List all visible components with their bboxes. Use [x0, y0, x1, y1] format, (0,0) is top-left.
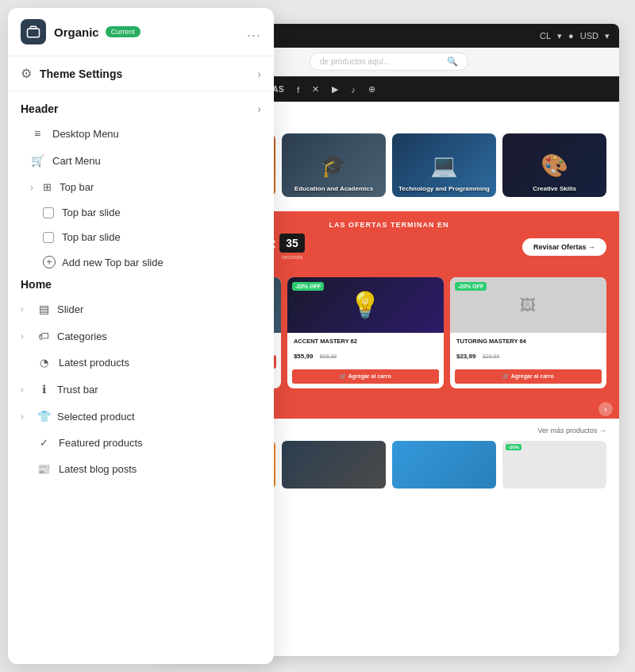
checkbox-icon-2 [43, 232, 54, 243]
selected-product-label: Selected product [57, 411, 135, 423]
app-icon [21, 19, 46, 44]
search-input-preview[interactable]: de productos aquí... 🔍 [310, 52, 468, 71]
bs-card-3 [392, 441, 496, 489]
clock-icon: ◔ [37, 357, 51, 369]
topbar-slide-2-label: Top bar slide [62, 231, 121, 243]
settings-gear-icon: ⚙ [21, 66, 32, 81]
settings-panel: Organic Current ... ⚙ Theme Settings › H… [8, 8, 274, 664]
category-card-education: 🎓 Education and Academics [282, 133, 386, 197]
home-item-selected-product[interactable]: › 👕 Selected product [8, 403, 274, 430]
categories-chevron-icon: › [21, 331, 30, 341]
product-body-2: TUTORING MASTERY 64 $23,99 $29,99 [450, 333, 606, 366]
cart-menu-label: Cart Menu [52, 155, 101, 167]
add-to-cart-button-2[interactable]: 🛒 Agregar al carro [455, 369, 602, 384]
product-price-1: $55,99 [294, 353, 313, 360]
region-icon: ▾ [557, 31, 562, 41]
selected-product-chevron-icon: › [21, 411, 30, 421]
home-section-label: Home [21, 278, 52, 291]
topbar-label: Top bar [60, 181, 261, 193]
product-cta-2: 🛒 Agregar al carro [450, 366, 606, 388]
topbar-item[interactable]: › ⊞ Top bar [8, 174, 274, 200]
facebook-icon: f [297, 85, 299, 95]
header-section-label: Header [21, 102, 58, 115]
search-placeholder: de productos aquí... [320, 57, 390, 66]
bs-badge: -20% [506, 444, 521, 450]
category-label-creative: Creative Skills [502, 185, 606, 192]
add-circle-icon: + [43, 256, 56, 268]
cart-icon: 🛒 [30, 154, 44, 167]
slider-chevron-icon: › [21, 304, 30, 314]
nav-item-desktop-menu[interactable]: ≡ Desktop Menu [8, 120, 274, 147]
theme-settings-label: Theme Settings [40, 68, 122, 80]
checkbox-icon-1 [43, 207, 54, 218]
countdown-seconds: 35 seconds [279, 234, 305, 260]
category-label-tech: Technology and Programming [392, 185, 496, 192]
header-section-chevron: › [257, 102, 261, 115]
product-old-price-1: $69,99 [320, 353, 337, 359]
slider-label: Slider [57, 303, 83, 315]
home-section-header: Home [8, 275, 274, 295]
product-old-price-2: $29,99 [483, 353, 499, 359]
product-cta-1: 🛒 Agregar al carro [287, 366, 444, 388]
theme-settings-row[interactable]: ⚙ Theme Settings › [8, 56, 274, 91]
home-item-slider[interactable]: › ▤ Slider [8, 295, 274, 322]
ver-mas-link[interactable]: Ver más productos → [537, 427, 606, 434]
category-label-education: Education and Academics [282, 185, 386, 192]
main-wrapper: CL ▾ ● USD ▾ de productos aquí... 🔍 BEST… [0, 0, 635, 672]
home-item-trust-bar[interactable]: › ℹ Trust bar [8, 376, 274, 403]
search-icon: 🔍 [447, 56, 458, 67]
region-label: CL [540, 31, 551, 41]
home-item-latest-blog-posts[interactable]: 📰 Latest blog posts [8, 456, 274, 482]
tiktok-icon: ♪ [351, 85, 356, 95]
current-badge: Current [106, 26, 140, 37]
trust-bar-label: Trust bar [57, 384, 98, 396]
category-card-creative: 🎨 Creative Skills [502, 133, 606, 197]
topbar-slide-1[interactable]: Top bar slide [8, 200, 274, 225]
home-item-featured-products[interactable]: ✓ Featured products [8, 430, 274, 456]
product-name-2: TUTORING MASTERY 64 [456, 338, 600, 345]
revisar-ofertas-button[interactable]: Revisar Ofertas → [522, 238, 606, 256]
info-icon: ℹ [37, 383, 51, 396]
currency-icon: ▾ [605, 31, 610, 41]
blog-icon: 📰 [37, 463, 51, 475]
youtube-icon: ▶ [332, 84, 338, 95]
slider-icon: ▤ [37, 303, 51, 315]
nav-item-cart-menu[interactable]: 🛒 Cart Menu [8, 147, 274, 174]
featured-products-label: Featured products [59, 437, 143, 449]
trust-bar-chevron-icon: › [21, 384, 30, 394]
bs-card-2 [282, 441, 386, 489]
home-item-categories[interactable]: › 🏷 Categories [8, 322, 274, 350]
topbar-slide-1-label: Top bar slide [62, 207, 121, 218]
product-card-2: -20% OFF 🖼 TUTORING MASTERY 64 $23,99 $2… [450, 277, 606, 388]
next-arrow[interactable]: › [598, 402, 613, 416]
category-card-tech: 💻 Technology and Programming [392, 133, 496, 197]
product-image-2: -20% OFF 🖼 [450, 277, 606, 333]
hamburger-icon: ≡ [30, 127, 44, 140]
app-name-display: Organic Current [54, 25, 239, 39]
desktop-menu-label: Desktop Menu [52, 128, 119, 140]
header-section-header[interactable]: Header › [8, 91, 274, 120]
topbar-slide-2[interactable]: Top bar slide [8, 225, 274, 249]
tag-icon: 🏷 [37, 330, 51, 342]
product-card-1: -20% OFF 💡 ACCENT MASTERY 62 $55,99 $69,… [287, 277, 444, 388]
image-placeholder-icon: 🖼 [518, 295, 537, 315]
product-icon-1: 💡 [349, 290, 381, 320]
shirt-icon: 👕 [37, 410, 51, 423]
bs-card-4: -20% [502, 441, 606, 489]
add-topbar-slide-item[interactable]: + Add new Top bar slide [8, 249, 274, 275]
categories-label: Categories [57, 330, 107, 342]
more-options-button[interactable]: ... [247, 24, 261, 41]
category-icon-education: 🎓 [320, 153, 348, 179]
panel-title-group: Organic Current [54, 25, 239, 39]
latest-blog-posts-label: Latest blog posts [59, 463, 137, 475]
product-name-1: ACCENT MASTERY 62 [294, 338, 437, 345]
currency-label: ● [568, 31, 574, 41]
theme-settings-left: ⚙ Theme Settings [21, 66, 122, 81]
home-item-latest-products[interactable]: ◔ Latest products [8, 350, 274, 376]
topbar-expand-chevron: › [30, 182, 33, 193]
product-price-2: $23,99 [456, 353, 475, 360]
add-to-cart-button-1[interactable]: 🛒 Agregar al carro [292, 369, 439, 384]
add-topbar-label: Add new Top bar slide [62, 257, 164, 268]
twitter-icon: ✕ [312, 84, 319, 95]
theme-settings-chevron: › [257, 68, 261, 80]
